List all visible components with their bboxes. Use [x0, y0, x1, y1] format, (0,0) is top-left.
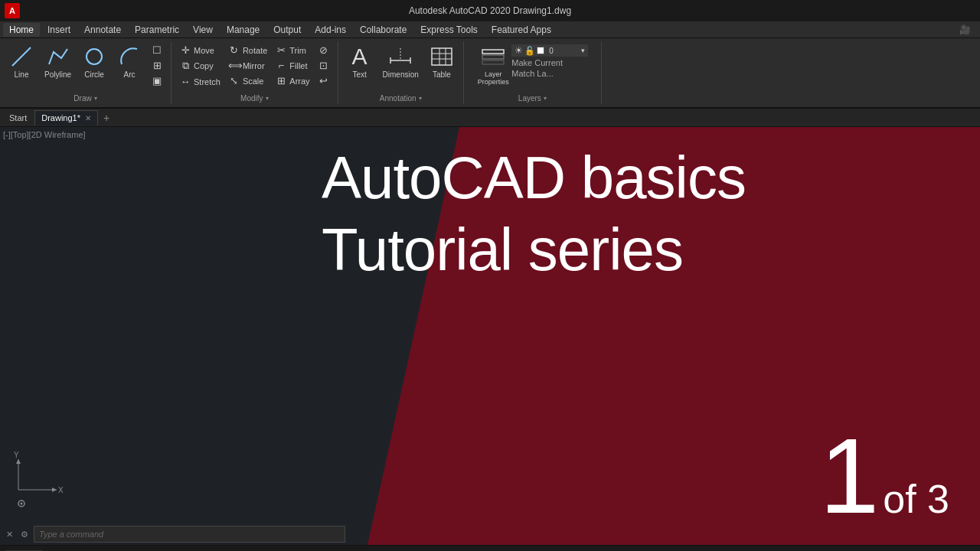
episode-num: 1 — [819, 422, 875, 530]
explode-icon: ⊡ — [318, 60, 330, 71]
modify-label-text: Modify — [240, 94, 263, 103]
menu-item-parametric[interactable]: Parametric — [129, 23, 185, 37]
move-button[interactable]: ✛ Move — [176, 43, 224, 57]
array-button[interactable]: ⊞ Array — [272, 73, 312, 88]
stretch-button[interactable]: ↔ Stretch — [176, 74, 224, 89]
move-icon: ✛ — [179, 44, 191, 56]
layer-selector[interactable]: ☀ 🔓 0 ▾ — [511, 44, 588, 57]
text-label: Text — [352, 70, 366, 80]
erase-button[interactable]: ⊘ — [315, 43, 333, 57]
circle-button[interactable]: Circle — [77, 43, 111, 81]
origin-icon — [14, 496, 29, 513]
menu-item-annotate[interactable]: Annotate — [78, 23, 127, 37]
modify-expand-arrow[interactable]: ▾ — [266, 95, 269, 102]
menu-bar: Home Insert Annotate Parametric View Man… — [0, 21, 980, 38]
modify-col2: ↻ Rotate ⟺ Mirror ⤡ Scale — [225, 43, 270, 88]
undo-modify-button[interactable]: ↩ — [315, 73, 333, 88]
table-button[interactable]: Table — [425, 43, 459, 81]
layer-color-icon — [537, 47, 544, 54]
menu-item-addins[interactable]: Add-ins — [309, 23, 352, 37]
draw-label-text: Draw — [74, 94, 91, 103]
rect-tools: ☐ ⊞ ▣ — [148, 43, 166, 88]
tab-drawing-label: Drawing1* — [41, 113, 80, 122]
tab-drawing1[interactable]: Drawing1* ✕ — [34, 110, 98, 126]
dimension-button[interactable]: Dimension — [378, 43, 423, 81]
layers-expand-arrow[interactable]: ▾ — [544, 95, 547, 102]
menu-item-manage[interactable]: Manage — [220, 23, 266, 37]
svg-point-21 — [21, 503, 23, 505]
copy-icon: ⧉ — [179, 60, 191, 72]
scale-button[interactable]: ⤡ Scale — [225, 73, 270, 88]
draw-group-label[interactable]: Draw ▾ — [74, 93, 96, 104]
title-text: Autodesk AutoCAD 2020 Drawing1.dwg — [409, 5, 571, 16]
draw-tools: Line Polyline Circle — [5, 41, 166, 93]
svg-text:Y: Y — [14, 452, 19, 459]
tab-add-button[interactable]: + — [100, 111, 113, 125]
layer-controls: ☀ 🔓 0 ▾ Make Current Match La... — [511, 43, 588, 78]
line-button[interactable]: Line — [5, 43, 38, 81]
annotation-expand-arrow[interactable]: ▾ — [419, 95, 422, 102]
command-placeholder: Type a command — [39, 530, 103, 539]
fillet-label: Fillet — [289, 61, 307, 70]
menu-item-options[interactable]: 🎥 — [953, 23, 977, 37]
status-bar: Model Layout1 Layout2 + ⚙ ☰ ⊞ 🔒 ⊕ 📐 💡 — [0, 545, 980, 551]
tab-start[interactable]: Start — [3, 110, 33, 126]
menu-item-insert[interactable]: Insert — [41, 23, 77, 37]
tab-close-button[interactable]: ✕ — [85, 114, 91, 122]
polyline-icon — [46, 44, 70, 69]
command-settings-button[interactable]: ⚙ — [18, 528, 31, 540]
viewport-info: [-][Top][2D Wireframe] — [3, 130, 86, 139]
hatch-button[interactable]: ⊞ — [148, 58, 166, 73]
hatch-icon: ⊞ — [151, 60, 163, 71]
rotate-label: Rotate — [243, 46, 267, 55]
stretch-icon: ↔ — [179, 76, 191, 87]
menu-item-expresstools[interactable]: Express Tools — [414, 23, 483, 37]
rotate-button[interactable]: ↻ Rotate — [225, 43, 270, 57]
make-current-button[interactable]: Make Current — [511, 58, 563, 67]
svg-point-1 — [87, 49, 102, 64]
menu-item-featuredapps[interactable]: Featured Apps — [485, 23, 557, 37]
trim-button[interactable]: ✂ Trim — [272, 43, 312, 57]
explode-button[interactable]: ⊡ — [315, 58, 333, 73]
circle-label: Circle — [84, 70, 104, 80]
axis-svg: Y X — [11, 452, 72, 497]
menu-item-home[interactable]: Home — [3, 23, 40, 37]
layer-freeze-icon: ☀ — [514, 45, 523, 56]
draw-expand-arrow[interactable]: ▾ — [94, 95, 97, 102]
title-bar: A Autodesk AutoCAD 2020 Drawing1.dwg — [0, 0, 980, 21]
mirror-button[interactable]: ⟺ Mirror — [225, 58, 270, 73]
layer-lock-icon: 🔓 — [524, 46, 535, 56]
gradient-button[interactable]: ▣ — [148, 73, 166, 88]
fillet-button[interactable]: ⌐ Fillet — [272, 58, 312, 73]
copy-button[interactable]: ⧉ Copy — [176, 58, 224, 73]
annotation-group-label[interactable]: Annotation ▾ — [380, 93, 422, 104]
line-label: Line — [15, 70, 29, 80]
menu-item-view[interactable]: View — [187, 23, 219, 37]
command-close-button[interactable]: ✕ — [3, 528, 15, 540]
svg-rect-12 — [482, 55, 504, 59]
episode-number: 1 of 3 — [819, 422, 949, 530]
polyline-button[interactable]: Polyline — [40, 43, 76, 81]
annotation-group: A Text Dimension — [338, 41, 464, 104]
menu-item-collaborate[interactable]: Collaborate — [354, 23, 413, 37]
episode-of: of 3 — [883, 476, 949, 522]
rectangle-button[interactable]: ☐ — [148, 43, 166, 57]
text-button[interactable]: A Text — [343, 43, 377, 81]
modify-group-label[interactable]: Modify ▾ — [240, 93, 268, 104]
scale-label: Scale — [243, 77, 264, 86]
layer-dropdown-arrow[interactable]: ▾ — [581, 47, 585, 54]
dimension-icon — [388, 44, 413, 69]
arc-button[interactable]: Arc — [113, 43, 146, 81]
layer-properties-button[interactable]: LayerProperties — [476, 43, 510, 86]
tab-bar: Start Drawing1* ✕ + — [0, 109, 980, 127]
menu-item-output[interactable]: Output — [267, 23, 307, 37]
match-layer-button[interactable]: Match La... — [511, 69, 553, 78]
layers-content: LayerProperties ☀ 🔓 0 ▾ Make Current Mat… — [476, 41, 588, 93]
app-icon: A — [5, 3, 20, 18]
y-axis-indicator: Y X — [11, 452, 72, 499]
viewport-info-text: [-][Top][2D Wireframe] — [3, 130, 86, 139]
ribbon: Line Polyline Circle — [0, 38, 980, 109]
layers-group-label[interactable]: Layers ▾ — [518, 93, 547, 104]
annotation-tools: A Text Dimension — [343, 41, 459, 93]
command-input-area[interactable]: Type a command — [34, 526, 345, 543]
